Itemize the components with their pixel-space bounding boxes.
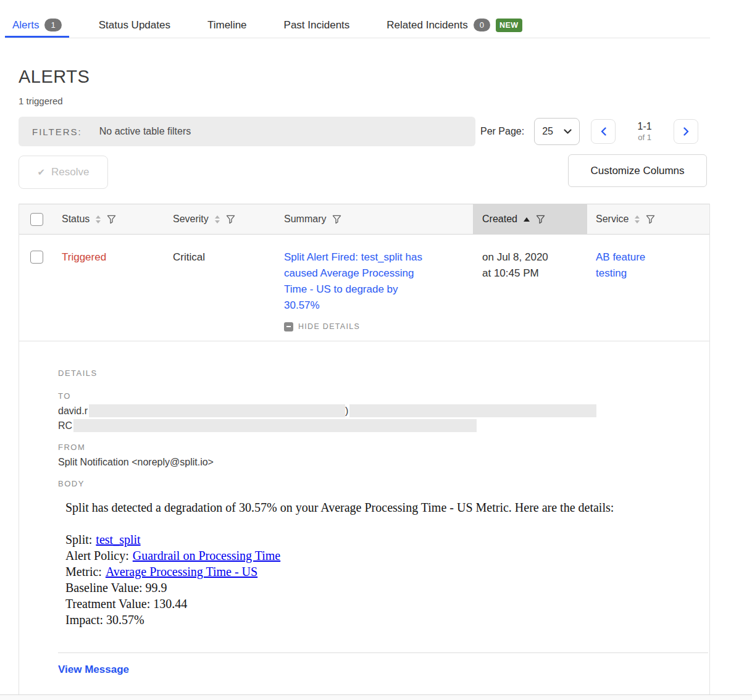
severity-column-label: Severity <box>173 214 209 225</box>
service-link[interactable]: AB feature testing <box>596 249 664 281</box>
tab-status-updates[interactable]: Status Updates <box>91 12 178 38</box>
filter-icon[interactable] <box>646 215 655 224</box>
redaction-bar <box>349 404 596 417</box>
row-select-cell <box>19 235 59 341</box>
email-body: Split has detected a degradation of 30.5… <box>65 499 709 628</box>
alerts-table: Status Severity Summary Created Service <box>19 204 710 694</box>
tab-timeline[interactable]: Timeline <box>200 12 254 38</box>
resolve-button[interactable]: ✔ Resolve <box>19 156 108 189</box>
metric-field-label: Metric: <box>65 565 102 578</box>
email-metric-line: Metric:Average Processing Time - US <box>65 564 709 580</box>
split-field-label: Split: <box>65 533 92 546</box>
alerts-page: Alerts 1 Status Updates Timeline Past In… <box>0 0 752 700</box>
alert-policy-field-label: Alert Policy: <box>65 549 129 562</box>
column-header-summary[interactable]: Summary <box>282 204 473 234</box>
filters-bar[interactable]: FILTERS: No active table filters <box>19 117 475 146</box>
tab-related-incidents[interactable]: Related Incidents 0 NEW <box>379 12 529 38</box>
filters-label: FILTERS: <box>32 127 82 137</box>
select-all-checkbox[interactable] <box>30 213 43 226</box>
from-label: FROM <box>58 443 709 452</box>
hide-details-label: HIDE DETAILS <box>298 319 360 335</box>
treatment-value-line: Treatment Value: 130.44 <box>65 596 709 612</box>
baseline-value-line: Baseline Value: 99.9 <box>65 580 709 596</box>
next-page-button[interactable] <box>674 119 698 144</box>
hide-details-toggle[interactable]: HIDE DETAILS <box>284 319 473 335</box>
tab-alerts[interactable]: Alerts 1 <box>5 12 69 38</box>
column-header-severity[interactable]: Severity <box>170 204 282 234</box>
view-message-link[interactable]: View Message <box>58 664 129 676</box>
window-bottom-edge <box>0 694 752 700</box>
alert-policy-link[interactable]: Guardrail on Processing Time <box>133 549 280 562</box>
column-header-created[interactable]: Created <box>473 204 587 234</box>
status-value: Triggered <box>59 235 170 341</box>
alert-count-subtitle: 1 triggered <box>19 96 63 106</box>
status-column-label: Status <box>62 214 90 225</box>
to-text-fragment: RC <box>58 420 72 431</box>
prev-page-button[interactable] <box>591 119 616 144</box>
email-intro-text: Split has detected a degradation of 30.5… <box>65 499 709 515</box>
tab-past-incidents[interactable]: Past Incidents <box>277 12 357 38</box>
per-page-select[interactable]: 25 <box>534 118 580 145</box>
redaction-bar <box>89 404 345 417</box>
email-split-line: Split:test_split <box>65 531 709 548</box>
to-text-fragment: ) <box>345 406 348 416</box>
chevron-left-icon <box>601 127 606 136</box>
alert-summary-link[interactable]: Split Alert Fired: test_split has caused… <box>284 249 422 314</box>
summary-column-label: Summary <box>284 214 326 225</box>
chevron-right-icon <box>683 127 689 136</box>
new-feature-badge: NEW <box>496 19 522 32</box>
collapse-icon <box>284 322 293 331</box>
row-checkbox[interactable] <box>30 251 43 264</box>
filter-icon[interactable] <box>332 215 341 224</box>
chevron-down-icon <box>564 129 572 135</box>
related-incidents-count-badge: 0 <box>474 19 490 31</box>
to-text-fragment: david.r <box>58 406 88 416</box>
customize-columns-button[interactable]: Customize Columns <box>568 154 707 187</box>
tab-status-updates-label: Status Updates <box>99 19 170 31</box>
created-column-label: Created <box>482 214 517 225</box>
tab-related-incidents-label: Related Incidents <box>386 19 467 31</box>
filter-icon[interactable] <box>226 215 235 224</box>
alert-details-panel: DETAILS TO david.r) RC FROM Split Notifi… <box>19 341 709 693</box>
page-range-value: 1-1 <box>625 121 664 132</box>
split-link[interactable]: test_split <box>96 533 140 546</box>
column-header-service[interactable]: Service <box>587 204 709 234</box>
per-page-label: Per Page: <box>480 126 524 137</box>
to-recipients-line1: david.r) <box>58 404 709 419</box>
tab-past-incidents-label: Past Incidents <box>284 19 350 31</box>
created-time: at 10:45 PM <box>482 265 587 281</box>
severity-value: Critical <box>170 235 282 341</box>
details-divider <box>58 652 708 653</box>
email-policy-line: Alert Policy:Guardrail on Processing Tim… <box>65 548 709 564</box>
sort-icon[interactable] <box>215 215 220 223</box>
tab-bar: Alerts 1 Status Updates Timeline Past In… <box>5 12 710 38</box>
from-value: Split Notification <noreply@split.io> <box>58 455 709 470</box>
page-range-total: of 1 <box>625 133 664 142</box>
sort-icon[interactable] <box>96 215 101 223</box>
page-title: ALERTS <box>19 67 90 87</box>
metric-link[interactable]: Average Processing Time - US <box>106 565 257 578</box>
summary-cell: Split Alert Fired: test_split has caused… <box>282 235 473 341</box>
to-recipients-line2: RC <box>58 419 709 433</box>
filter-icon[interactable] <box>536 215 545 224</box>
table-header-row: Status Severity Summary Created Service <box>19 204 709 235</box>
tab-timeline-label: Timeline <box>207 19 247 31</box>
body-label: BODY <box>58 479 709 488</box>
tab-alerts-label: Alerts <box>12 19 39 31</box>
sort-icon[interactable] <box>635 215 640 223</box>
sort-ascending-icon <box>524 217 530 222</box>
alert-row: Triggered Critical Split Alert Fired: te… <box>19 235 709 341</box>
created-value: on Jul 8, 2020 at 10:45 PM <box>473 235 587 341</box>
service-column-label: Service <box>596 214 629 225</box>
to-label: TO <box>58 391 709 401</box>
alerts-count-badge: 1 <box>44 19 61 31</box>
details-title: DETAILS <box>58 369 709 378</box>
pagination-controls: Per Page: 25 1-1 of 1 <box>480 117 698 146</box>
select-all-cell <box>19 204 59 234</box>
filter-icon[interactable] <box>107 215 116 224</box>
page-range: 1-1 of 1 <box>625 121 664 142</box>
resolve-button-label: Resolve <box>51 166 89 178</box>
column-header-status[interactable]: Status <box>59 204 170 234</box>
check-icon: ✔ <box>38 167 46 178</box>
impact-value-line: Impact: 30.57% <box>65 612 709 628</box>
